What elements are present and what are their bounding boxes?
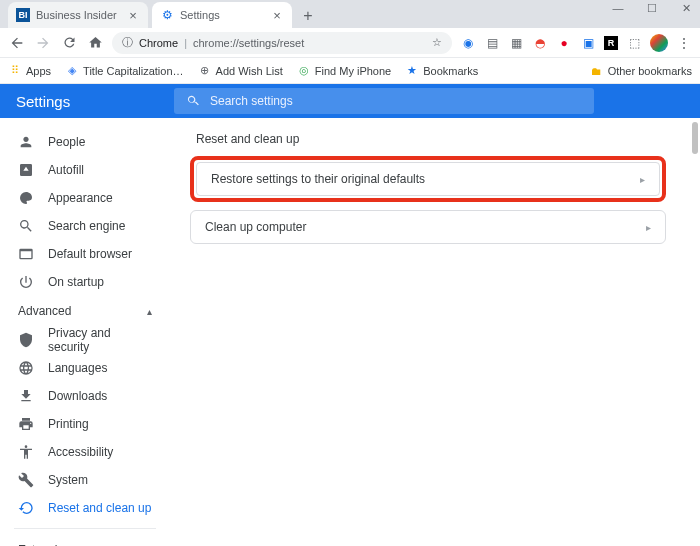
chevron-right-icon: ▸ [646, 222, 651, 233]
bookmark-icon: ◈ [65, 64, 79, 78]
address-bar[interactable]: ⓘ Chrome | chrome://settings/reset ☆ [112, 32, 452, 54]
row-label: Clean up computer [205, 220, 306, 234]
back-button[interactable] [8, 34, 26, 52]
window-controls: — ☐ ✕ [608, 2, 696, 15]
close-icon[interactable]: × [270, 8, 284, 22]
ext-icon-pinterest[interactable]: ● [556, 35, 572, 51]
sidebar-item-accessibility[interactable]: Accessibility [0, 438, 170, 466]
ext-icon-7[interactable]: R [604, 36, 618, 50]
sidebar-item-default-browser[interactable]: Default browser [0, 240, 170, 268]
section-title: Reset and clean up [196, 132, 666, 146]
browser-tab-business-insider[interactable]: BI Business Insider × [8, 2, 148, 28]
browser-titlebar: BI Business Insider × ⚙ Settings × + — ☐… [0, 0, 700, 28]
sidebar-item-system[interactable]: System [0, 466, 170, 494]
download-icon [18, 388, 34, 404]
ext-icon-6[interactable]: ▣ [580, 35, 596, 51]
maximize-button[interactable]: ☐ [642, 2, 662, 15]
close-icon[interactable]: × [126, 8, 140, 22]
toolbar-extensions: ◉ ▤ ▦ ◓ ● ▣ R ⬚ ⋮ [460, 34, 692, 52]
sidebar-item-appearance[interactable]: Appearance [0, 184, 170, 212]
browser-toolbar: ⓘ Chrome | chrome://settings/reset ☆ ◉ ▤… [0, 28, 700, 58]
wrench-icon [18, 472, 34, 488]
accessibility-icon [18, 444, 34, 460]
page-title: Settings [16, 93, 70, 110]
restore-icon [18, 500, 34, 516]
folder-icon: 🖿 [590, 64, 604, 78]
person-icon [18, 134, 34, 150]
print-icon [18, 416, 34, 432]
shield-icon [18, 332, 34, 348]
annotation-highlight: Restore settings to their original defau… [190, 156, 666, 202]
search-icon [18, 218, 34, 234]
new-tab-button[interactable]: + [296, 4, 320, 28]
sidebar-item-search-engine[interactable]: Search engine [0, 212, 170, 240]
chevron-up-icon: ▴ [147, 306, 152, 317]
bookmark-item[interactable]: ◈ Title Capitalization… [65, 64, 183, 78]
scrollbar-thumb[interactable] [692, 122, 698, 154]
sidebar-item-reset[interactable]: Reset and clean up [0, 494, 170, 522]
apps-shortcut[interactable]: ⠿ Apps [8, 64, 51, 78]
browser-icon [18, 246, 34, 262]
settings-sidebar: People Autofill Appearance Search engine… [0, 118, 170, 546]
search-settings-input[interactable]: Search settings [174, 88, 594, 114]
globe-icon [18, 360, 34, 376]
settings-content: People Autofill Appearance Search engine… [0, 118, 700, 546]
sidebar-item-downloads[interactable]: Downloads [0, 382, 170, 410]
star-icon: ★ [405, 64, 419, 78]
sidebar-extensions[interactable]: Extensions ⧉ [0, 535, 170, 546]
forward-button[interactable] [34, 34, 52, 52]
settings-header: Settings Search settings [0, 84, 700, 118]
menu-button[interactable]: ⋮ [676, 35, 692, 51]
search-icon [186, 94, 200, 108]
ext-icon-2[interactable]: ▤ [484, 35, 500, 51]
sidebar-item-autofill[interactable]: Autofill [0, 156, 170, 184]
sidebar-item-languages[interactable]: Languages [0, 354, 170, 382]
autofill-icon [18, 162, 34, 178]
ext-icon-1[interactable]: ◉ [460, 35, 476, 51]
search-placeholder: Search settings [210, 94, 293, 108]
reload-button[interactable] [60, 34, 78, 52]
power-icon [18, 274, 34, 290]
chevron-right-icon: ▸ [640, 174, 645, 185]
bookmark-item[interactable]: ◎ Find My iPhone [297, 64, 391, 78]
ext-icon-3[interactable]: ▦ [508, 35, 524, 51]
gear-icon: ⚙ [160, 8, 174, 22]
apps-icon: ⠿ [8, 64, 22, 78]
ext-icon-4[interactable]: ◓ [532, 35, 548, 51]
tab-title: Business Insider [36, 9, 126, 21]
settings-main: Reset and clean up Restore settings to t… [170, 118, 700, 546]
home-button[interactable] [86, 34, 104, 52]
restore-settings-row[interactable]: Restore settings to their original defau… [196, 162, 660, 196]
tab-title: Settings [180, 9, 270, 21]
bookmark-item[interactable]: ⊕ Add Wish List [198, 64, 283, 78]
sidebar-item-printing[interactable]: Printing [0, 410, 170, 438]
bookmark-item[interactable]: ★ Bookmarks [405, 64, 478, 78]
star-icon[interactable]: ☆ [432, 36, 442, 49]
url-text: chrome://settings/reset [193, 37, 426, 49]
divider [14, 528, 156, 529]
close-window-button[interactable]: ✕ [676, 2, 696, 15]
bookmark-icon: ◎ [297, 64, 311, 78]
site-info-icon[interactable]: ⓘ [122, 35, 133, 50]
row-label: Restore settings to their original defau… [211, 172, 425, 186]
appearance-icon [18, 190, 34, 206]
url-prefix: Chrome [139, 37, 178, 49]
favicon-business-insider: BI [16, 8, 30, 22]
sidebar-item-people[interactable]: People [0, 128, 170, 156]
browser-tab-settings[interactable]: ⚙ Settings × [152, 2, 292, 28]
other-bookmarks[interactable]: 🖿 Other bookmarks [590, 64, 692, 78]
clean-up-computer-row[interactable]: Clean up computer ▸ [190, 210, 666, 244]
sidebar-item-on-startup[interactable]: On startup [0, 268, 170, 296]
profile-avatar[interactable] [650, 34, 668, 52]
bookmarks-bar: ⠿ Apps ◈ Title Capitalization… ⊕ Add Wis… [0, 58, 700, 84]
minimize-button[interactable]: — [608, 2, 628, 15]
bookmark-icon: ⊕ [198, 64, 212, 78]
sidebar-advanced-toggle[interactable]: Advanced ▴ [0, 296, 170, 326]
sidebar-item-privacy[interactable]: Privacy and security [0, 326, 170, 354]
ext-icon-8[interactable]: ⬚ [626, 35, 642, 51]
